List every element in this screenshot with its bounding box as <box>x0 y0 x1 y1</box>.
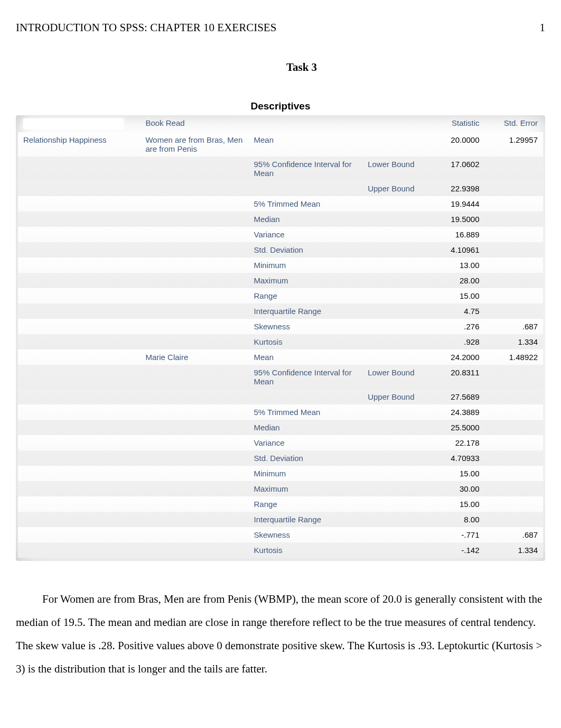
statistic-value: 25.5000 <box>432 420 485 435</box>
statistic-value: 15.00 <box>432 466 485 481</box>
stderr-value: .687 <box>485 527 543 542</box>
book-label: Marie Claire <box>140 349 248 365</box>
table-row: Minimum15.00 <box>18 466 543 481</box>
statistic-value: -.771 <box>432 527 485 542</box>
stderr-value <box>485 242 543 257</box>
table-row: Median19.5000 <box>18 211 543 227</box>
bound-label: Upper Bound <box>362 181 432 196</box>
header-title: INTRODUCTION TO SPSS: CHAPTER 10 EXERCIS… <box>16 21 276 34</box>
measure-label: Variance <box>249 435 363 450</box>
measure-label <box>249 389 363 404</box>
running-head: INTRODUCTION TO SPSS: CHAPTER 10 EXERCIS… <box>16 21 545 34</box>
stderr-value <box>485 496 543 512</box>
statistic-value: 24.2000 <box>432 349 485 365</box>
table-row: Std. Deviation4.10961 <box>18 242 543 257</box>
task-title: Task 3 <box>16 61 545 74</box>
bound-label: Upper Bound <box>362 389 432 404</box>
book-label: Women are from Bras, Men are from Penis <box>140 132 248 156</box>
stderr-value <box>485 365 543 389</box>
statistic-value: 17.0602 <box>432 156 485 181</box>
bound-label <box>362 257 432 273</box>
measure-label: Maximum <box>249 481 363 496</box>
measure-label: Kurtosis <box>249 542 363 558</box>
bound-label <box>362 227 432 242</box>
bound-label <box>362 404 432 420</box>
statistic-value: 19.5000 <box>432 211 485 227</box>
stderr-value <box>485 404 543 420</box>
stderr-value: .687 <box>485 319 543 334</box>
table-row: Maximum30.00 <box>18 481 543 496</box>
table-row: Interquartile Range4.75 <box>18 303 543 319</box>
stderr-value <box>485 181 543 196</box>
bound-label: Lower Bound <box>362 365 432 389</box>
bound-label <box>362 273 432 288</box>
statistic-value: 15.00 <box>432 288 485 303</box>
stderr-value <box>485 227 543 242</box>
paragraph-text: For Women are from Bras, Men are from Pe… <box>16 587 545 680</box>
measure-label: Skewness <box>249 527 363 542</box>
measure-label: Range <box>249 288 363 303</box>
measure-label: Skewness <box>249 319 363 334</box>
body-paragraph: For Women are from Bras, Men are from Pe… <box>16 587 545 680</box>
measure-label: 95% Confidence Interval for Mean <box>249 156 363 181</box>
col-header-book: Book Read <box>140 115 248 132</box>
measure-label: Kurtosis <box>249 334 363 349</box>
statistic-value: 15.00 <box>432 496 485 512</box>
table-row: 5% Trimmed Mean24.3889 <box>18 404 543 420</box>
stderr-value <box>485 273 543 288</box>
bound-label <box>362 512 432 527</box>
bound-label <box>362 303 432 319</box>
dv-label: Relationship Happiness <box>18 132 140 156</box>
page-number: 1 <box>540 21 546 34</box>
statistic-value: .928 <box>432 334 485 349</box>
statistic-value: 13.00 <box>432 257 485 273</box>
stderr-value <box>485 389 543 404</box>
bound-label <box>362 334 432 349</box>
table-title: Descriptives <box>16 100 545 112</box>
measure-label: Range <box>249 496 363 512</box>
stderr-value <box>485 420 543 435</box>
measure-label: Mean <box>249 349 363 365</box>
statistic-value: 20.0000 <box>432 132 485 156</box>
measure-label: Minimum <box>249 257 363 273</box>
bound-label <box>362 527 432 542</box>
table-row: Maximum28.00 <box>18 273 543 288</box>
statistic-value: -.142 <box>432 542 485 558</box>
stderr-value <box>485 481 543 496</box>
table-row: Skewness-.771.687 <box>18 527 543 542</box>
bound-label <box>362 288 432 303</box>
measure-label: Std. Deviation <box>249 242 363 257</box>
measure-label: 5% Trimmed Mean <box>249 196 363 211</box>
table-row: Upper Bound27.5689 <box>18 389 543 404</box>
bound-label <box>362 211 432 227</box>
measure-label: 95% Confidence Interval for Mean <box>249 365 363 389</box>
col-header-statistic: Statistic <box>432 115 485 132</box>
stderr-value <box>485 211 543 227</box>
stderr-value: 1.334 <box>485 542 543 558</box>
bound-label <box>362 435 432 450</box>
statistic-value: 24.3889 <box>432 404 485 420</box>
bound-label <box>362 542 432 558</box>
table-row: Marie ClaireMean24.20001.48922 <box>18 349 543 365</box>
table-row: Skewness.276.687 <box>18 319 543 334</box>
measure-label: 5% Trimmed Mean <box>249 404 363 420</box>
table-row: Interquartile Range8.00 <box>18 512 543 527</box>
stderr-value <box>485 435 543 450</box>
table-row: Variance22.178 <box>18 435 543 450</box>
stderr-value <box>485 466 543 481</box>
statistic-value: 22.9398 <box>432 181 485 196</box>
statistic-value: 4.70933 <box>432 450 485 466</box>
measure-label: Interquartile Range <box>249 303 363 319</box>
measure-label: Median <box>249 211 363 227</box>
statistic-value: 30.00 <box>432 481 485 496</box>
measure-label: Mean <box>249 132 363 156</box>
measure-label <box>249 181 363 196</box>
statistic-value: 22.178 <box>432 435 485 450</box>
statistic-value: .276 <box>432 319 485 334</box>
stderr-value: 1.29957 <box>485 132 543 156</box>
measure-label: Minimum <box>249 466 363 481</box>
statistic-value: 8.00 <box>432 512 485 527</box>
stderr-value <box>485 288 543 303</box>
stderr-value <box>485 156 543 181</box>
bound-label <box>362 132 432 156</box>
